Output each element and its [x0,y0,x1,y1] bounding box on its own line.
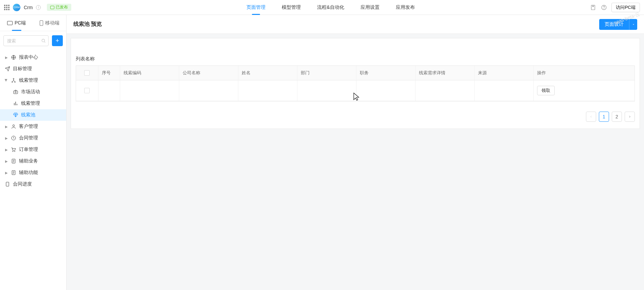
caret-down-icon: ▶ [5,79,8,82]
search-box [3,35,49,46]
tree-label: 辅助功能 [19,170,38,176]
tree-item-goal-manage[interactable]: ▶ 目标管理 [0,63,66,75]
svg-rect-8 [14,91,18,94]
th-seq: 序号 [98,66,120,80]
device-tab-mobile[interactable]: 移动端 [33,15,67,31]
publish-status-text: 已发布 [56,4,68,10]
tree-item-contract-manage[interactable]: ▶ 合同管理 [0,132,66,144]
th-source: 来源 [474,66,533,80]
preview-card: 列表名称 序号 线索编码 公司名称 姓名 部门 职务 线索需求详 [71,38,640,129]
doc-icon [11,170,16,175]
table-row: 领取 [76,80,634,101]
svg-rect-16 [6,182,9,186]
pagination: 1 2 [76,112,635,122]
td-company [179,80,238,101]
page-title: 线索池 预览 [73,21,102,28]
chevron-right-icon [628,115,631,118]
visit-pc-button[interactable]: 访问PC端 [611,3,640,12]
tree-label: 市场活动 [21,89,40,95]
help-icon[interactable] [601,4,607,11]
tree-item-aux-function[interactable]: ▶ 辅助功能 [0,167,66,178]
app-logo: CRM [13,4,20,11]
tree-item-lead-list[interactable]: 线索管理 [0,98,66,109]
nav-app-publish[interactable]: 应用发布 [394,0,416,15]
main-body: 列表名称 序号 线索编码 公司名称 姓名 部门 职务 线索需求详 [67,34,644,290]
th-detail: 线索需求详情 [415,66,474,80]
th-checkbox [76,66,98,80]
top-header: CRM Crm i 已发布 页面管理 模型管理 流程&自动化 应用设置 应用发布… [0,0,644,15]
svg-point-13 [14,151,15,152]
tree-item-order-manage[interactable]: ▶ 订单管理 [0,144,66,155]
device-tab-pc-label: PC端 [15,20,26,26]
info-icon[interactable]: i [36,5,41,10]
tree-item-aux-business[interactable]: ▶ 辅助业务 [0,155,66,167]
td-checkbox [76,80,98,101]
tree-label: 订单管理 [19,147,38,153]
claim-button[interactable]: 领取 [537,86,555,95]
header-right: 访问PC端 [590,3,640,12]
notebook-icon[interactable] [590,4,596,11]
data-table: 序号 线索编码 公司名称 姓名 部门 职务 线索需求详情 来源 操作 [76,65,635,101]
svg-point-12 [13,151,13,152]
tree-item-report-center[interactable]: ▶ 报表中心 [0,52,66,63]
row-checkbox[interactable] [84,88,90,93]
search-icon [41,38,46,43]
nav-flow-automation[interactable]: 流程&自动化 [316,0,345,15]
tree-label: 目标管理 [13,66,32,72]
td-seq [98,80,120,101]
tree-label: 合同管理 [19,135,38,141]
svg-point-10 [13,125,14,127]
device-check-icon [50,6,54,9]
td-detail [415,80,474,101]
nav-model-manage[interactable]: 模型管理 [280,0,302,15]
clock-icon [11,135,16,141]
page-2[interactable]: 2 [612,112,622,122]
page-prev[interactable] [586,112,596,122]
tree-label: 合同进度 [13,181,32,187]
page-1[interactable]: 1 [599,112,609,122]
list-title: 列表名称 [76,56,635,62]
td-job [356,80,415,101]
th-company: 公司名称 [179,66,238,80]
td-source [474,80,533,101]
svg-point-6 [12,81,13,82]
tree-item-market-activity[interactable]: 市场活动 [0,86,66,98]
tree-label: 线索池 [21,112,35,118]
app-name: Crm [24,5,33,10]
page-icon [5,181,10,187]
device-tabs: PC端 移动端 [0,15,66,31]
tree-label: 线索管理 [19,77,38,83]
page-design-button-group: 页面设计 [599,19,637,30]
th-name: 姓名 [238,66,297,80]
apps-grid-icon[interactable] [4,5,10,10]
sidebar: PC端 移动端 + ▶ 报表中心 ▶ [0,15,67,290]
page-next[interactable] [625,112,635,122]
page-design-button[interactable]: 页面设计 [599,19,629,30]
tree-label: 辅助业务 [19,158,38,164]
table-header-row: 序号 线索编码 公司名称 姓名 部门 职务 线索需求详情 来源 操作 [76,66,634,80]
th-lead-code: 线索编码 [120,66,179,80]
caret-icon: ▶ [5,125,8,128]
tree-item-customer-manage[interactable]: ▶ 客户管理 [0,121,66,132]
add-button[interactable]: + [52,35,63,46]
td-dept [297,80,356,101]
svg-point-7 [15,81,16,82]
device-tab-mobile-label: 移动端 [45,20,59,26]
svg-point-3 [42,39,44,42]
tree-item-contract-progress[interactable]: ▶ 合同进度 [0,178,66,190]
chevron-left-icon [589,115,593,118]
select-all-checkbox[interactable] [84,70,90,76]
nav-page-manage[interactable]: 页面管理 [245,0,267,15]
nav-app-settings[interactable]: 应用设置 [359,0,381,15]
tree-item-lead-pool[interactable]: 线索池 [0,109,66,121]
page-design-dropdown[interactable] [629,19,637,30]
th-operation: 操作 [533,66,634,80]
main: 线索池 预览 页面设计 列表名称 序号 线索编码 [67,15,644,290]
desktop-icon [7,21,13,25]
sidebar-tree: ▶ 报表中心 ▶ 目标管理 ▶ 线索管理 [0,50,66,191]
caret-icon: ▶ [5,171,8,174]
diamond-icon [13,112,18,118]
svg-point-5 [13,78,14,79]
device-tab-pc[interactable]: PC端 [0,15,33,31]
tree-item-lead-manage[interactable]: ▶ 线索管理 [0,75,66,86]
